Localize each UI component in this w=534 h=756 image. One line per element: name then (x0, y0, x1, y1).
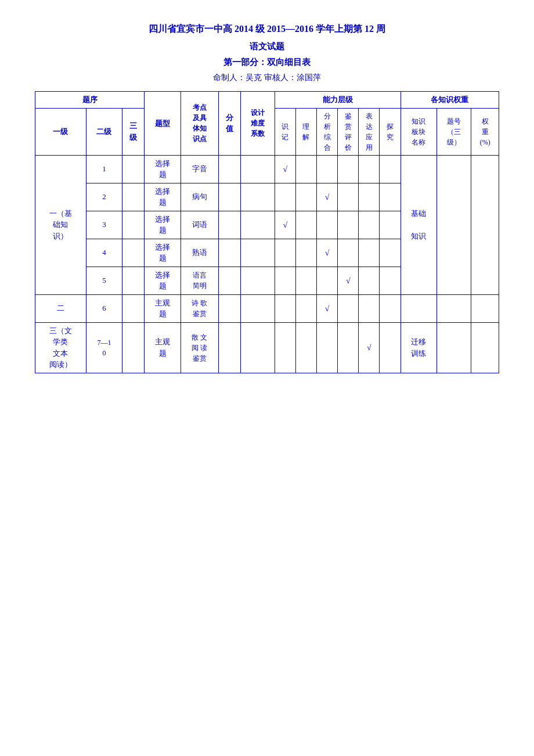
nandu-cell-7 (240, 322, 275, 373)
ability-header: 能力层级 (275, 92, 400, 109)
nandu-cell-2 (240, 183, 275, 211)
tixing-cell-7: 主观题 (145, 322, 181, 373)
fenzhd-cell-7 (218, 322, 240, 373)
tixing-cell-1: 选择题 (145, 155, 181, 183)
shiji-cell-5 (275, 267, 295, 294)
lijie-cell-2 (295, 183, 316, 211)
tanjiu-cell-2 (380, 183, 400, 211)
zhishi-cell-6 (400, 294, 437, 322)
tanjiu-header: 探究 (380, 108, 400, 155)
jianshang-cell-6 (338, 294, 359, 322)
tanjiu-cell-5 (380, 267, 400, 294)
fenxi-cell-4: √ (317, 239, 338, 267)
tanjiu-cell-3 (380, 211, 400, 239)
fenzhd-header: 分值 (218, 92, 240, 156)
erji-cell-6: 6 (86, 294, 122, 322)
nandu-cell-5 (240, 267, 275, 294)
table-row: 二 6 主观题 诗 歌鉴赏 √ (35, 294, 499, 322)
tanjiu-cell-6 (380, 294, 400, 322)
kaodian-header: 考点及具体知识点 (181, 92, 219, 156)
quanzhong-cell-7 (471, 322, 499, 373)
shiji-cell-7 (275, 322, 295, 373)
sanji-cell-2 (122, 183, 145, 211)
lijie-cell-7 (295, 322, 316, 373)
kaodian-cell-7: 散 文阅 读鉴赏 (181, 322, 219, 373)
nandu-cell-1 (240, 155, 275, 183)
lijie-header: 理解 (295, 108, 316, 155)
tihao-header: 题号（三级） (437, 108, 471, 155)
erji-cell-5: 5 (86, 267, 122, 294)
biaoda-cell-6 (359, 294, 380, 322)
nandu-cell-3 (240, 211, 275, 239)
sanji-cell-4 (122, 239, 145, 267)
tixu-header: 题序 (35, 92, 145, 109)
sanji-cell-6 (122, 294, 145, 322)
biaoda-cell-4 (359, 239, 380, 267)
erji-cell-3: 3 (86, 211, 122, 239)
kaodian-cell-1: 字音 (181, 155, 219, 183)
sanji-cell-7 (122, 322, 145, 373)
tanjiu-cell-1 (380, 155, 400, 183)
page-title-sub: 语文试题 (35, 41, 499, 52)
fenzhd-cell-4 (218, 239, 240, 267)
erji-cell-2: 2 (86, 183, 122, 211)
biaoda-cell-5 (359, 267, 380, 294)
erji-cell-4: 4 (86, 239, 122, 267)
jianshang-cell-4 (338, 239, 359, 267)
kaodian-cell-6: 诗 歌鉴赏 (181, 294, 219, 322)
header-group-row: 题序 题型 考点及具体知识点 分值 设计难度系数 能力层级 各知识权重 (35, 92, 499, 109)
lijie-cell-1 (295, 155, 316, 183)
jianshang-header: 鉴赏评价 (338, 108, 359, 155)
fenzhd-cell-2 (218, 183, 240, 211)
tixing-cell-2: 选择题 (145, 183, 181, 211)
nandu-header: 设计难度系数 (240, 92, 275, 156)
zhishi-cell-7: 迁移训练 (400, 322, 437, 373)
page-title-main: 四川省宜宾市一中高 2014 级 2015—2016 学年上期第 12 周 (35, 23, 499, 35)
shiji-cell-6 (275, 294, 295, 322)
jianshang-cell-5: √ (338, 267, 359, 294)
tixing-cell-6: 主观题 (145, 294, 181, 322)
fenzhd-cell-3 (218, 211, 240, 239)
sanji-cell-3 (122, 211, 145, 239)
sanji-cell-5 (122, 267, 145, 294)
quanzhong-header: 权重(%) (471, 108, 499, 155)
shiji-cell-2 (275, 183, 295, 211)
kaodian-cell-4: 熟语 (181, 239, 219, 267)
tihao-cell-6 (437, 294, 471, 322)
kaodian-cell-2: 病句 (181, 183, 219, 211)
fenxi-cell-6: √ (317, 294, 338, 322)
jianshang-cell-1 (338, 155, 359, 183)
lijie-cell-6 (295, 294, 316, 322)
erji-cell-7: 7—10 (86, 322, 122, 373)
erji-cell-1: 1 (86, 155, 122, 183)
jianshang-cell-3 (338, 211, 359, 239)
jianshang-cell-2 (338, 183, 359, 211)
shiji-cell-1: √ (275, 155, 295, 183)
fenzhd-cell-1 (218, 155, 240, 183)
erji-header: 二级 (86, 108, 122, 155)
tihao-cell-1 (437, 155, 471, 294)
tixing-header: 题型 (145, 92, 181, 156)
lijie-cell-4 (295, 239, 316, 267)
tihao-cell-7 (437, 322, 471, 373)
sanji-header: 三级 (122, 108, 145, 155)
biaoda-cell-1 (359, 155, 380, 183)
kaodian-cell-5: 语言简明 (181, 267, 219, 294)
tixing-cell-4: 选择题 (145, 239, 181, 267)
page-title-section: 第一部分：双向细目表 (35, 57, 499, 68)
nandu-cell-4 (240, 239, 275, 267)
yiji-cell-6: 二 (35, 294, 86, 322)
fenxi-cell-7 (317, 322, 338, 373)
kaodian-cell-3: 词语 (181, 211, 219, 239)
jianshang-cell-7 (338, 322, 359, 373)
fenzhd-cell-6 (218, 294, 240, 322)
shiji-cell-4 (275, 239, 295, 267)
fenxi-cell-2: √ (317, 183, 338, 211)
fenxi-cell-3 (317, 211, 338, 239)
lijie-cell-3 (295, 211, 316, 239)
table-row: 三（文学类文本阅读） 7—10 主观题 散 文阅 读鉴赏 √ 迁移训练 (35, 322, 499, 373)
tanjiu-cell-4 (380, 239, 400, 267)
tanjiu-cell-7 (380, 322, 400, 373)
biaoda-cell-3 (359, 211, 380, 239)
fenxi-cell-1 (317, 155, 338, 183)
